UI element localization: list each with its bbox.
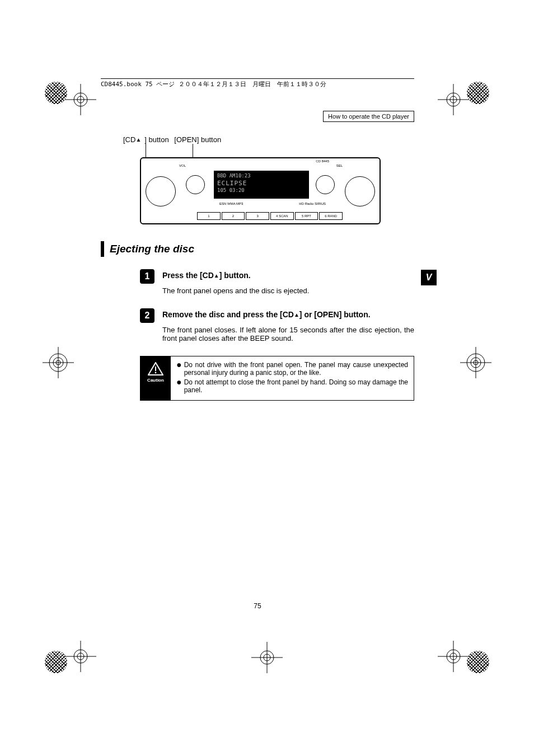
vol-label: VOL <box>179 164 186 167</box>
right-small-knob-icon <box>316 175 335 194</box>
registration-mark <box>65 84 96 115</box>
registration-mark <box>251 642 283 673</box>
step-number-1: 1 <box>140 269 154 284</box>
step-2: 2 Remove the disc and press the [CD▲] or… <box>101 308 414 351</box>
open-button-label: [OPEN] button <box>174 135 221 144</box>
header-metadata: CD8445.book 75 ページ ２００４年１２月１３日 月曜日 午前１１時… <box>101 78 414 88</box>
screen-line-3: 105 03:20 <box>217 187 306 194</box>
step-2-title-post: ] or [OPEN] button. <box>299 310 371 319</box>
registration-mark <box>43 347 74 378</box>
caution-item-2: ● Do not attempt to close the front pane… <box>176 378 408 394</box>
step-2-title-pre: Remove the disc and press the [CD <box>162 310 294 319</box>
step-1: 1 Press the [CD▲] button. The front pane… <box>101 269 414 304</box>
right-knob-icon <box>345 176 375 206</box>
registration-mark <box>460 347 491 378</box>
warning-icon <box>148 362 163 375</box>
bullet-icon: ● <box>176 378 182 394</box>
registration-mark <box>65 641 96 672</box>
caution-box: Caution ● Do not drive with the front pa… <box>140 356 414 401</box>
preset-5: 5 RPT <box>295 212 318 220</box>
left-small-knob-icon <box>186 175 205 194</box>
eject-icon: ▲ <box>294 312 299 318</box>
preset-4: 4 SCAN <box>270 212 294 220</box>
step-1-text: The front panel opens and the disc is ej… <box>162 287 414 295</box>
preset-1: 1 <box>197 212 221 220</box>
step-number-2: 2 <box>140 308 154 323</box>
left-knob-icon <box>146 176 176 206</box>
crop-ornament <box>45 651 67 673</box>
registration-mark <box>438 641 469 672</box>
step-1-title-post: ] button. <box>219 271 251 280</box>
preset-3: 3 <box>246 212 269 220</box>
screen-line-1: BBD AM10:23 <box>217 173 306 180</box>
caution-body: ● Do not drive with the front panel open… <box>171 356 414 400</box>
preset-buttons: 1 2 3 4 SCAN 5 RPT 6 RAND <box>197 212 343 220</box>
eject-icon: ▲ <box>214 273 219 279</box>
step-2-title: Remove the disc and press the [CD▲] or [… <box>162 310 414 319</box>
caution-label: Caution <box>140 356 171 400</box>
caution-item-1: ● Do not drive with the front panel open… <box>176 361 408 377</box>
screen-line-2: ECLIPSE <box>217 180 306 187</box>
svg-point-32 <box>155 372 157 374</box>
model-label: CD 8445 <box>316 159 329 163</box>
crop-ornament <box>45 82 67 104</box>
section-header: How to operate the CD player <box>323 111 414 122</box>
step-2-text: The front panel closes. If left alone fo… <box>162 326 414 342</box>
chapter-tab: V <box>421 270 437 285</box>
display-screen: BBD AM10:23 ECLIPSE 105 03:20 <box>214 171 309 199</box>
step-1-title: Press the [CD▲] button. <box>162 271 414 280</box>
preset-6: 6 RAND <box>319 212 343 220</box>
callout-lines <box>101 144 414 157</box>
caution-item-1-text: Do not drive with the front panel open. … <box>184 361 408 377</box>
caution-text: Caution <box>147 378 164 383</box>
sel-label: SEL <box>336 164 343 167</box>
device-illustration: VOL SEL CD 8445 BBD AM10:23 ECLIPSE 105 … <box>140 157 381 224</box>
page-number: 75 <box>101 602 414 610</box>
brand-label-1: ESN WMA MP3 <box>219 202 243 205</box>
caution-item-2-text: Do not attempt to close the front panel … <box>184 378 408 394</box>
registration-mark <box>438 84 469 115</box>
section-heading: Ejecting the disc <box>101 241 414 257</box>
preset-2: 2 <box>222 212 245 220</box>
step-1-title-pre: Press the [CD <box>162 271 214 280</box>
callout-labels: [CD▲] button [OPEN] button <box>123 135 414 144</box>
crop-ornament <box>467 82 489 104</box>
crop-ornament <box>467 651 489 673</box>
cd-eject-label: [CD▲] button <box>123 135 169 144</box>
bullet-icon: ● <box>176 361 182 377</box>
brand-label-2: HD Radio SIRIUS <box>299 202 326 205</box>
eject-icon: ▲ <box>135 137 141 143</box>
